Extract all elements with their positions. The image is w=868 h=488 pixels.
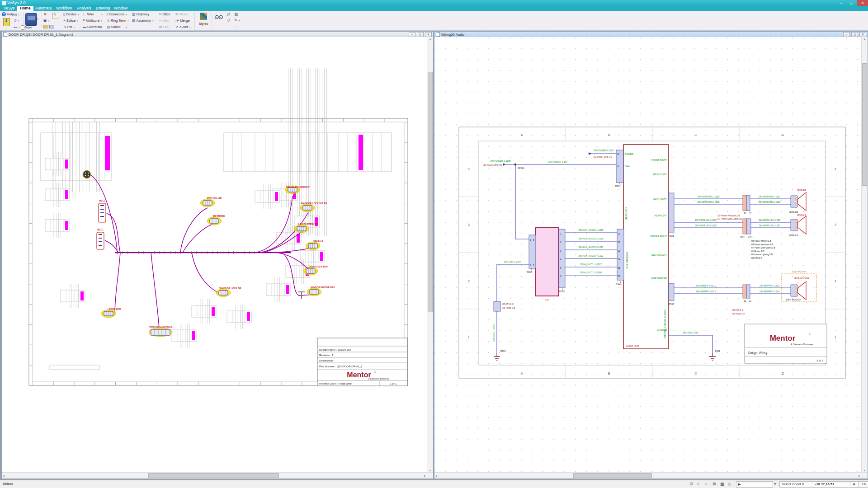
child-close-button[interactable]: ✕ xyxy=(859,32,866,37)
grid-toggle-icon[interactable]: ▩ xyxy=(720,482,724,486)
wire-label[interactable]: 2W-SPKR-LR-1-1318 xyxy=(695,219,717,221)
zoom-points-icon[interactable]: ∷ xyxy=(705,482,708,486)
scroll-up-icon[interactable]: ▲ xyxy=(429,38,431,40)
wire-label[interactable]: 2W-SBWFR-1-1312 xyxy=(760,284,780,287)
wire-label[interactable]: 2W-GND-1-1293 xyxy=(492,324,495,342)
wire-label[interactable]: 2W-AUX_AUDIO-2-1290 xyxy=(578,237,603,240)
right-canvas[interactable]: A B C D A B C D 4 3 2 1 4 3 2 1 xyxy=(434,37,861,472)
swatch-icon[interactable] xyxy=(43,25,48,28)
menu-vesys[interactable]: VeSys xyxy=(1,6,17,11)
tool-slice[interactable]: ✂Slice xyxy=(159,12,170,17)
scroll-left-icon[interactable]: ◀ xyxy=(3,474,5,477)
run-box[interactable]: ▶ xyxy=(736,481,773,488)
left-window-titlebar[interactable]: DOOR-DR:QSI-DOOR-DR-01_1:Diagram1 – ▢ ✕ xyxy=(2,32,433,37)
wire-label[interactable]: 2W-SBWFR-2-1314 xyxy=(760,290,780,293)
wire-label[interactable]: 2W-AUX_AUDIO-4-1292 xyxy=(578,254,603,257)
cd-device[interactable]: CD xyxy=(536,228,559,301)
tool-overbraid[interactable]: ▬Overbraid xyxy=(83,24,102,29)
unit-ground-branch[interactable]: 2W-GND-2-333 P111 xyxy=(669,331,720,360)
pan-icon[interactable]: ⊞ xyxy=(689,482,693,486)
language-box[interactable]: EN xyxy=(858,481,868,488)
wire-label[interactable]: 2W-POWER-2-1305 xyxy=(490,160,510,162)
tool-ringterm[interactable]: ◎Ring Term▾ xyxy=(107,18,129,23)
child-close-button[interactable]: ✕ xyxy=(425,32,432,37)
left-canvas[interactable]: MLC2 MLC1 SW-VALET LOCKOUT SW-FUEL LID xyxy=(2,37,427,472)
board-button[interactable] xyxy=(25,13,37,26)
tool-assembly[interactable]: ▩Assembly▾ xyxy=(132,18,154,23)
spkr-rr-branch[interactable]: 2W-SPKR-RR-1-1326 2W-SPKR-RR-2-1328 P3 J… xyxy=(674,189,807,220)
tool-highway[interactable]: ▥Highway xyxy=(132,12,149,17)
tool-move[interactable]: ✚Move xyxy=(175,12,188,17)
wire-label[interactable]: 2W-SPKR-RR-1-1327 xyxy=(759,195,781,198)
wire-label[interactable]: 2W-SPKR-LR-2-1321 xyxy=(759,224,780,227)
wire-label[interactable]: 2W-SPKR-LR-1-1319 xyxy=(759,219,780,221)
child-minimize-button[interactable]: – xyxy=(843,32,850,37)
pen-icon[interactable]: ✎▾ xyxy=(234,18,240,23)
connector-p101-top[interactable]: 16 2 P101 xyxy=(615,150,623,188)
zoom-circle-icon[interactable]: ○ xyxy=(697,482,699,486)
close-button[interactable]: ✕ xyxy=(857,0,868,6)
tool-shield[interactable]: ▤Shield▾ xyxy=(107,24,127,29)
scroll-down-icon[interactable]: ▼ xyxy=(429,469,431,472)
wire-label[interactable]: 2W-AUX-CTL-2-1288 xyxy=(580,271,602,274)
spkr-lr-branch[interactable]: 2W-SPKR-LR-1-1318 2W-SPKR-LR-2-1320 J231… xyxy=(674,214,807,259)
wire-label[interactable]: 2W-SPKR-RR-2-1328 xyxy=(698,201,720,203)
help-button[interactable]: ?Help xyxy=(2,12,14,17)
scrollbar-thumb[interactable] xyxy=(862,63,867,186)
tool-merge[interactable]: ≫Merge xyxy=(175,18,190,23)
connector-p105[interactable]: 1 2 3 4 5 6 P105 xyxy=(559,229,565,293)
wire-label[interactable]: 2W-AUX_AUDIO-3-1291 xyxy=(578,246,603,249)
minimize-button[interactable]: – xyxy=(835,0,846,6)
tool-xref[interactable]: ↗X-Ref▾ xyxy=(175,24,190,29)
menu-analysis[interactable]: Analysis xyxy=(74,6,94,11)
menu-home[interactable]: Home xyxy=(17,6,33,11)
scroll-right-icon[interactable]: ▶ xyxy=(424,474,426,477)
subwoofer-branch[interactable]: 2W-SBWFR-1-1311 2W-SBWFR-2-1313 P4 J4 2W… xyxy=(674,270,816,315)
target-icon[interactable]: ◌ xyxy=(234,24,236,29)
redo-button[interactable]: ▬▾ xyxy=(14,24,20,29)
tool-multicore[interactable]: ≡Multicore▾ xyxy=(83,18,102,23)
scroll-left-icon[interactable]: ◀ xyxy=(435,474,437,477)
tool-wire[interactable]: ∟Wire▾ xyxy=(83,12,103,17)
wiring03-audio-schematic[interactable]: A B C D A B C D 4 3 2 1 4 3 2 1 xyxy=(434,37,861,472)
tool-connector[interactable]: [Connector▾ xyxy=(107,12,127,17)
right-horizontal-scrollbar[interactable]: ◀ ▶ xyxy=(434,472,868,479)
find-binoculars-icon[interactable]: ⊙⊙ xyxy=(214,14,222,20)
wire-label[interactable]: 2W-SBWFR-2-1313 xyxy=(696,290,716,293)
wire-label[interactable]: 2W-POWER-2-334 xyxy=(548,160,568,163)
tool-join[interactable]: ⋗Join xyxy=(159,18,169,23)
wire-label[interactable]: 2W-SPKR-RR-2-1329 xyxy=(759,201,781,203)
menu-automate[interactable]: Automate xyxy=(33,6,54,11)
scroll-down-icon[interactable]: ▼ xyxy=(863,469,866,472)
new-button[interactable]: New xyxy=(21,25,32,30)
connector-p103[interactable]: 1 2 8 7 P103 xyxy=(527,235,536,273)
wire-label[interactable]: 2W-GND-2-1294 xyxy=(504,260,521,263)
undo-button[interactable]: ↺▾ xyxy=(14,18,19,23)
delete-button[interactable]: ✕ xyxy=(44,12,47,17)
left-vertical-scrollbar[interactable]: ▲ ▼ xyxy=(427,37,433,472)
child-minimize-button[interactable]: – xyxy=(409,32,415,37)
aux-wires[interactable]: 2W-AUX_AUDIO-1-1289 2W-AUX_AUDIO-2-1290 … xyxy=(565,229,617,275)
connector-p331[interactable]: P331 xyxy=(669,193,674,237)
scrollbar-thumb[interactable] xyxy=(148,473,278,478)
wire-label[interactable]: 2W-SPKR-RR-1-1326 xyxy=(698,195,720,198)
scrollbar-thumb[interactable] xyxy=(428,72,433,312)
filter-icon[interactable]: ▼ xyxy=(773,482,777,486)
round-connector[interactable] xyxy=(83,171,91,178)
scrollbar-thumb[interactable] xyxy=(573,473,652,478)
tool-splice[interactable]: +Splice▾ xyxy=(63,18,78,23)
child-restore-button[interactable]: ▢ xyxy=(417,32,424,37)
speaker-icon[interactable] xyxy=(791,192,806,211)
play-icon[interactable]: ▶ xyxy=(738,482,741,486)
wire-table-top-right[interactable] xyxy=(224,133,392,172)
wire-label[interactable]: 2W-SBWFR-1-1311 xyxy=(696,284,716,287)
device-window-controls[interactable]: WINDOW CONTROLS xyxy=(149,325,173,337)
audio-unit-device[interactable]: POWER ACC REAR JACK CD & CHANGER PORTABL… xyxy=(623,145,669,349)
zoom-extents-icon[interactable]: ⊠ xyxy=(712,482,716,486)
wire-label[interactable]: 2W-POWER-1-1297 xyxy=(593,149,613,152)
child-restore-button[interactable]: ▢ xyxy=(851,32,858,37)
wire-label[interactable]: 2W-GND-2-333 xyxy=(683,331,698,334)
dropdown-icon[interactable]: ▾ xyxy=(37,17,38,20)
menu-workflow[interactable]: Workflow xyxy=(53,6,75,11)
copy-button[interactable]: ▣▾ xyxy=(43,18,49,23)
